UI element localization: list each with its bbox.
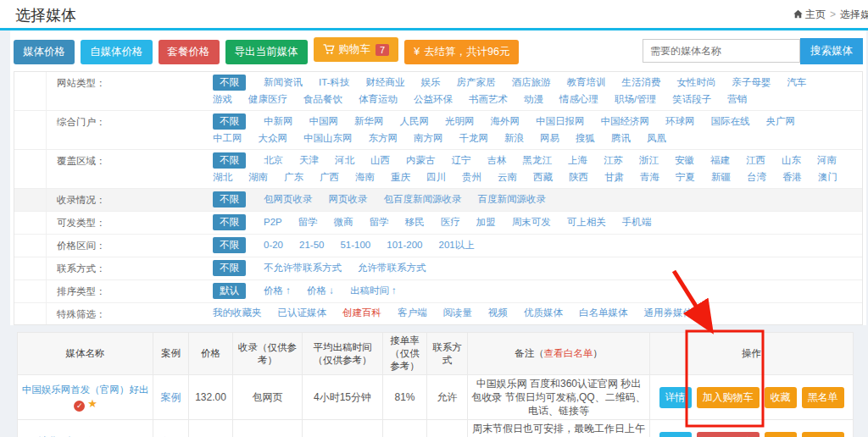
filter-option[interactable]: 黑龙江 [523,153,553,168]
filter-option[interactable]: 51-100 [340,238,370,252]
filter-option-selected[interactable]: 不限 [213,260,246,276]
filter-option-selected[interactable]: 不限 [213,214,246,230]
filter-option[interactable]: 游戏 [213,92,232,107]
cart-button[interactable]: 购物车7 [314,37,399,62]
filter-option[interactable]: 河北 [335,153,354,168]
filter-option[interactable]: 吉林 [487,153,507,168]
filter-option[interactable]: 四川 [426,170,446,185]
filter-option[interactable]: 可上相关 [567,215,606,230]
filter-option[interactable]: 上海 [568,153,587,168]
filter-option[interactable]: 海南 [355,170,375,185]
filter-option[interactable]: 大众网 [259,131,288,146]
filter-option[interactable]: 教育培训 [566,75,605,90]
filter-option[interactable]: 南方网 [414,131,443,146]
blacklist-button[interactable]: 黑名单 [802,387,844,408]
filter-option[interactable]: 安徽 [675,153,694,168]
filter-option[interactable]: 环球网 [665,114,695,129]
filter-option[interactable]: 中国山东网 [303,131,353,146]
filter-option[interactable]: 广西 [320,170,339,185]
filter-option[interactable]: 国际在线 [711,114,750,129]
filter-option[interactable]: 山东 [782,153,801,168]
filter-option[interactable]: 201以上 [438,238,474,252]
filter-option[interactable]: 江苏 [604,153,623,168]
filter-option[interactable]: 娱乐 [420,75,440,90]
checkout-button[interactable]: ¥去结算，共计96元 [404,40,519,64]
filter-option[interactable]: 101-200 [387,238,422,252]
filter-option[interactable]: 凤凰 [647,131,666,146]
favorite-button[interactable]: 收藏 [765,432,797,437]
filter-option[interactable]: 湖北 [213,170,232,185]
filter-option[interactable]: 贵州 [462,170,481,185]
filter-option[interactable]: 白名单媒体 [579,306,628,320]
filter-option[interactable]: 情感心理 [559,92,598,107]
remove-from-cart-button[interactable]: 移出购物车 [697,432,760,437]
filter-option[interactable]: 浙江 [639,153,659,168]
filter-option[interactable]: 内蒙古 [406,153,436,168]
filter-option[interactable]: 澳门 [818,170,837,185]
filter-option[interactable]: 书画艺术 [469,92,508,107]
case-link[interactable]: 案例 [161,391,181,403]
filter-option[interactable]: 通用券媒体5 [644,306,707,320]
filter-option[interactable]: 医疗 [441,215,460,230]
filter-option[interactable]: 陕西 [569,170,588,185]
filter-option[interactable]: 汽车 [787,75,806,90]
filter-option[interactable]: 21-50 [299,238,324,252]
filter-option[interactable]: 中工网 [213,131,242,146]
filter-option[interactable]: 女性时尚 [676,75,715,90]
filter-option[interactable]: 留学 [370,215,389,230]
filter-option-selected[interactable]: 不限 [213,152,246,169]
blacklist-button[interactable]: 黑名单 [802,432,844,437]
filter-option[interactable]: 酒店旅游 [511,75,550,90]
filter-option[interactable]: 0-20 [264,238,283,252]
filter-option[interactable]: 千龙网 [459,131,489,146]
filter-option[interactable]: 光明网 [445,114,475,129]
filter-option[interactable]: 网易 [540,131,559,146]
filter-option[interactable]: 北京 [264,153,283,168]
media-price-button[interactable]: 媒体价格 [14,40,75,64]
filter-option[interactable]: 视频 [488,306,508,320]
filter-option[interactable]: 重庆 [391,170,410,185]
filter-option[interactable]: 中国经济网 [601,114,650,129]
filter-option[interactable]: 不允许带联系方式 [264,261,342,275]
filter-option[interactable]: 动漫 [524,92,543,107]
filter-option[interactable]: 台湾 [747,170,766,185]
filter-option[interactable]: 天津 [299,153,319,168]
package-price-button[interactable]: 套餐价格 [159,40,220,64]
filter-option[interactable]: 出稿时间 ↑ [350,284,397,298]
filter-option[interactable]: 创建百科 [342,306,381,320]
filter-option[interactable]: 福建 [710,153,730,168]
media-name-link[interactable]: 中国娱乐网首发（官网）好出 [22,384,149,395]
filter-option[interactable]: P2P [264,215,282,230]
detail-button[interactable]: 详情 [659,432,692,437]
self-media-price-button[interactable]: 自媒体价格 [81,40,153,64]
filter-option[interactable]: 西藏 [533,170,553,185]
filter-option[interactable]: 营销 [727,92,747,107]
filter-option[interactable]: 宁夏 [676,170,695,185]
filter-option[interactable]: 广东 [284,170,303,185]
whitelist-link[interactable]: 查看白名单 [544,348,593,358]
filter-option[interactable]: 百度新闻源收录 [478,192,547,207]
filter-option[interactable]: 山西 [370,153,390,168]
filter-option[interactable]: 江西 [746,153,765,168]
filter-option[interactable]: 甘肃 [604,170,624,185]
filter-option[interactable]: 新华网 [354,114,384,129]
filter-option[interactable]: 客户端 [398,306,427,320]
filter-option[interactable]: 微商 [334,215,353,230]
search-input[interactable] [643,39,800,63]
filter-option[interactable]: 人民网 [400,114,430,129]
filter-option[interactable]: 财经商业 [365,75,404,90]
filter-option[interactable]: 搜狐 [576,131,595,146]
favorite-button[interactable]: 收藏 [765,387,797,408]
filter-option[interactable]: 湖南 [248,170,268,185]
filter-option[interactable]: 包网页收录 [264,192,313,207]
filter-option[interactable]: 体育运动 [359,92,398,107]
filter-option[interactable]: 香港 [782,170,802,185]
filter-option[interactable]: 留学 [298,215,318,230]
filter-option[interactable]: 房产家居 [456,75,495,90]
filter-option-selected[interactable]: 不限 [213,191,246,207]
filter-option[interactable]: 亲子母婴 [732,75,771,90]
filter-option[interactable]: 价格 ↓ [307,284,334,298]
filter-option[interactable]: 网页收录 [329,192,368,207]
filter-option[interactable]: 河南 [817,153,837,168]
filter-option[interactable]: 海外网 [491,114,520,129]
